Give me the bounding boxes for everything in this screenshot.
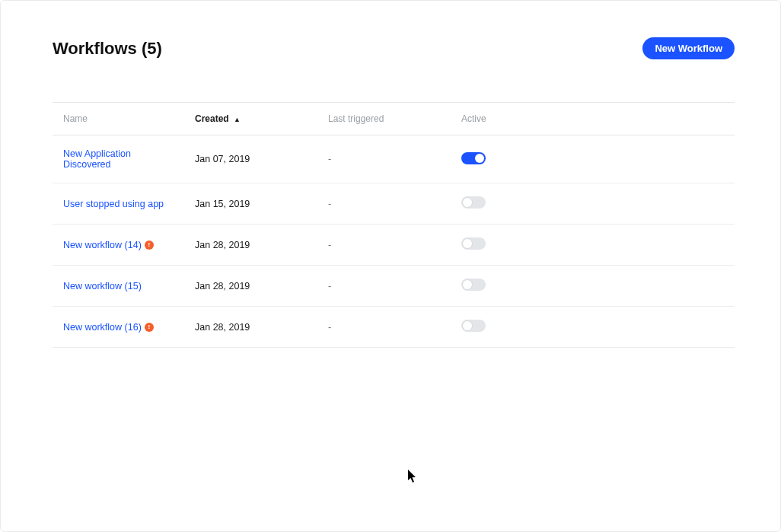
toggle-knob <box>463 321 472 330</box>
table-row: New workflow (16)!Jan 28, 2019- <box>53 307 735 348</box>
active-toggle[interactable] <box>461 152 486 164</box>
active-toggle[interactable] <box>461 320 486 332</box>
cell-name: New Application Discovered <box>53 135 186 183</box>
workflow-link[interactable]: New workflow (14) <box>63 240 142 250</box>
warning-icon: ! <box>145 241 154 250</box>
new-workflow-button[interactable]: New Workflow <box>642 37 735 59</box>
table-row: New Application DiscoveredJan 07, 2019- <box>53 135 735 183</box>
cell-active <box>452 183 735 225</box>
table-body: New Application DiscoveredJan 07, 2019-U… <box>53 135 735 348</box>
cell-last-triggered: - <box>319 225 452 266</box>
toggle-knob <box>475 154 484 163</box>
workflow-link[interactable]: New Application Discovered <box>63 148 131 170</box>
cell-last-triggered: - <box>319 266 452 307</box>
toggle-knob <box>463 198 472 207</box>
active-toggle[interactable] <box>461 196 486 209</box>
cell-created: Jan 15, 2019 <box>186 183 319 225</box>
cell-last-triggered: - <box>319 307 452 348</box>
toggle-knob <box>463 239 472 248</box>
col-header-last-triggered[interactable]: Last triggered <box>319 103 452 135</box>
active-toggle[interactable] <box>461 237 486 250</box>
cell-last-triggered: - <box>319 183 452 225</box>
cell-created: Jan 28, 2019 <box>186 225 319 266</box>
page-title: Workflows (5) <box>53 39 162 59</box>
cell-name: New workflow (15) <box>53 266 186 307</box>
cell-created: Jan 07, 2019 <box>186 135 319 183</box>
table-row: User stopped using appJan 15, 2019- <box>53 183 735 225</box>
col-header-created-label: Created <box>195 113 229 124</box>
workflows-page: Workflows (5) New Workflow Name Created … <box>1 1 780 348</box>
col-header-name[interactable]: Name <box>53 103 186 135</box>
cell-name: User stopped using app <box>53 183 186 225</box>
mouse-cursor-icon <box>408 470 417 483</box>
cell-last-triggered: - <box>319 135 452 183</box>
table-row: New workflow (15)Jan 28, 2019- <box>53 266 735 307</box>
toggle-knob <box>463 280 472 289</box>
workflows-table: Name Created ▲ Last triggered Active New… <box>53 102 735 348</box>
cell-created: Jan 28, 2019 <box>186 266 319 307</box>
cell-name: New workflow (14)! <box>53 225 186 266</box>
cell-created: Jan 28, 2019 <box>186 307 319 348</box>
cell-active <box>452 225 735 266</box>
cell-active <box>452 307 735 348</box>
workflow-link[interactable]: User stopped using app <box>63 199 164 209</box>
col-header-created[interactable]: Created ▲ <box>186 103 319 135</box>
active-toggle[interactable] <box>461 279 486 291</box>
warning-icon: ! <box>145 323 154 332</box>
page-header: Workflows (5) New Workflow <box>53 37 735 59</box>
table-row: New workflow (14)!Jan 28, 2019- <box>53 225 735 266</box>
table-header-row: Name Created ▲ Last triggered Active <box>53 103 735 135</box>
cell-name: New workflow (16)! <box>53 307 186 348</box>
sort-ascending-icon: ▲ <box>234 116 241 123</box>
col-header-active[interactable]: Active <box>452 103 735 135</box>
cell-active <box>452 135 735 183</box>
cell-active <box>452 266 735 307</box>
workflow-link[interactable]: New workflow (16) <box>63 322 142 333</box>
workflow-link[interactable]: New workflow (15) <box>63 281 142 291</box>
